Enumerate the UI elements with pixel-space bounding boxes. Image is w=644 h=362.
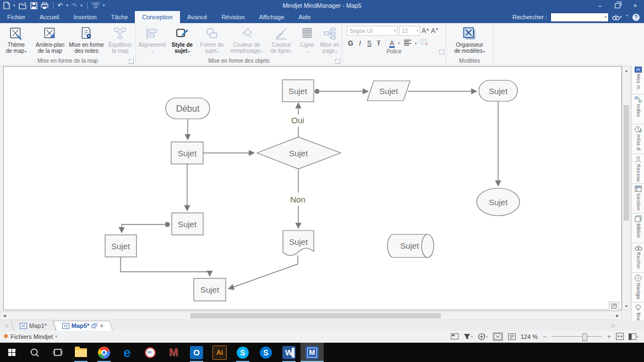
skype-business-button[interactable]: S (254, 343, 277, 362)
sidebar-tab-index[interactable]: Index (632, 95, 644, 124)
zoom-in-button[interactable]: + (607, 333, 611, 341)
italic-button[interactable]: I (357, 40, 363, 47)
bold-button[interactable]: G (348, 40, 353, 47)
font-name-select[interactable]: Segoe UI▾ (347, 26, 397, 36)
sidebar-tab-navigateur[interactable]: Naviga (632, 273, 644, 303)
zoom-slider-thumb[interactable] (582, 333, 587, 341)
font-color-button[interactable]: A (390, 40, 394, 47)
word-button[interactable]: W (277, 343, 301, 362)
mindjet-files-menu[interactable]: ✱ Fichiers Mindjet ▾ (0, 333, 57, 340)
doc-tab-nav-right[interactable]: ▷ (608, 321, 620, 331)
underline-button[interactable]: S (367, 40, 372, 47)
split-view-button[interactable]: ▾ (629, 333, 638, 340)
sidebar-tab-infos-tache[interactable]: Infos d (632, 124, 644, 154)
scroll-right-arrow[interactable]: ▶ (614, 312, 621, 320)
map-view-button[interactable] (493, 332, 503, 341)
connectors[interactable] (121, 91, 498, 289)
tab-revision[interactable]: Révision (214, 11, 252, 23)
mindmanager-taskbar-button[interactable]: M (301, 343, 324, 362)
node-stored-data-cylinder[interactable]: Sujet (388, 234, 434, 257)
canvas-corner-button[interactable] (609, 301, 619, 311)
close-tab-icon[interactable]: × (100, 322, 103, 329)
doc-tab-map5[interactable]: Map5* × (54, 321, 111, 331)
node-process-2[interactable]: Sujet (172, 213, 203, 235)
couleur-remplissage-button[interactable]: Couleur de remplissage▾ (227, 25, 266, 56)
sidebar-tab-rechercher[interactable]: Recher (632, 243, 644, 273)
skype-button[interactable]: S (231, 343, 254, 362)
horizontal-scroll-thumb[interactable] (190, 313, 441, 319)
map-canvas[interactable]: Début Sujet Sujet Sujet (3, 66, 622, 310)
save-icon[interactable] (30, 2, 37, 9)
connector-left-bottom[interactable] (121, 257, 210, 276)
node-terminator-right[interactable]: Sujet (479, 80, 517, 101)
media-app-button[interactable]: M (162, 343, 185, 362)
snip-tool-button[interactable] (139, 343, 162, 362)
scroll-down-arrow[interactable]: ▼ (623, 302, 630, 310)
illustrator-button[interactable]: Ai (208, 343, 231, 362)
file-explorer-button[interactable] (69, 343, 92, 362)
vertical-scrollbar[interactable]: ▲ ▼ (622, 66, 631, 310)
outline-view-button[interactable] (508, 333, 516, 340)
tab-aide[interactable]: Aide (291, 11, 318, 23)
advanced-search-icon[interactable]: ▾ (612, 14, 622, 20)
node-process-1[interactable]: Sujet (171, 142, 203, 164)
undo-caret[interactable]: ▾ (67, 3, 69, 8)
show-branch-button[interactable] (451, 333, 459, 339)
equilibrer-map-button[interactable]: Équilibrer la map (105, 25, 135, 54)
alignement-button[interactable]: Alignement ▾ (136, 25, 168, 56)
print-icon[interactable] (41, 2, 48, 9)
task-view-button[interactable] (46, 343, 69, 362)
font-color-caret[interactable]: ▾ (398, 41, 400, 46)
sidebar-tab-sections[interactable]: Section (632, 184, 644, 213)
tab-affichage[interactable]: Affichage (252, 11, 292, 23)
organiseur-modeles-button[interactable]: Organiseur de modèles▾ (448, 25, 491, 56)
search-dropdown-caret[interactable]: ▾ (604, 15, 608, 19)
vertical-scroll-thumb[interactable] (624, 105, 629, 221)
sidebar-tab-ressources[interactable]: Ressou (632, 154, 644, 184)
tab-accueil[interactable]: Accueil (32, 11, 66, 23)
tab-fichier[interactable]: Fichier (0, 11, 32, 23)
open-icon[interactable] (19, 2, 27, 9)
redo-icon[interactable]: ↷ (72, 2, 77, 9)
connector-dot-left[interactable] (122, 224, 165, 233)
grow-font-button[interactable]: A▲ (422, 27, 429, 35)
zoom-slider[interactable] (552, 333, 602, 341)
dialog-launcher[interactable] (128, 58, 134, 64)
node-process-3[interactable]: Sujet (105, 235, 137, 257)
node-data-parallelogram[interactable]: Sujet (367, 81, 410, 101)
strikethrough-button[interactable]: Ŧ (376, 40, 381, 47)
connector-document-bottom[interactable] (228, 255, 298, 289)
style-de-sujet-button[interactable]: Style de sujet▾ (168, 25, 197, 56)
float-window-icon[interactable] (91, 323, 97, 328)
node-decision[interactable]: Sujet (257, 137, 341, 169)
forme-du-sujet-button[interactable]: Forme du sujet▾ (197, 25, 227, 56)
node-process-4[interactable]: Sujet (194, 278, 226, 301)
doc-tab-nav-left[interactable]: ◁ (0, 321, 12, 331)
tab-avance[interactable]: Avancé (180, 11, 215, 23)
theme-de-map-button[interactable]: Thème de map▾ (0, 25, 32, 56)
minimize-button[interactable]: – (591, 0, 609, 11)
search-box[interactable]: ▾ (550, 13, 609, 22)
horizontal-scrollbar[interactable]: ◀ ▶ (0, 311, 622, 320)
collapse-ribbon-icon[interactable]: ⌃ (625, 14, 629, 20)
arriere-plan-button[interactable]: Arrière-plan de la map (32, 25, 68, 54)
dialog-launcher[interactable] (335, 58, 340, 64)
node-process-top[interactable]: Sujet (282, 80, 314, 102)
help-icon[interactable]: ? (632, 14, 640, 21)
fit-map-button[interactable] (616, 333, 624, 340)
mise-en-forme-notes-button[interactable]: Mise en forme des notes (68, 25, 105, 54)
start-button[interactable] (0, 343, 23, 362)
couleur-ligne-button[interactable]: Couleur de ligne▾ (266, 25, 297, 56)
sidebar-tab-mes-maps[interactable]: Mes m (632, 65, 644, 95)
filter-button[interactable]: ▾ (463, 333, 473, 340)
new-dropdown-caret[interactable]: ▾ (13, 3, 15, 8)
scroll-left-arrow[interactable]: ◀ (1, 312, 8, 320)
outlook-button[interactable]: O (185, 343, 208, 362)
balance-map-icon[interactable] (92, 2, 100, 9)
zoom-out-button[interactable]: − (543, 333, 547, 341)
search-input[interactable] (553, 14, 604, 21)
node-debut[interactable]: Début (166, 98, 210, 119)
sidebar-tab-bibliotheque[interactable]: Bibliot (632, 213, 644, 243)
qat-customize-caret[interactable]: ▾ (103, 3, 105, 8)
scroll-up-arrow[interactable]: ▲ (623, 67, 630, 74)
